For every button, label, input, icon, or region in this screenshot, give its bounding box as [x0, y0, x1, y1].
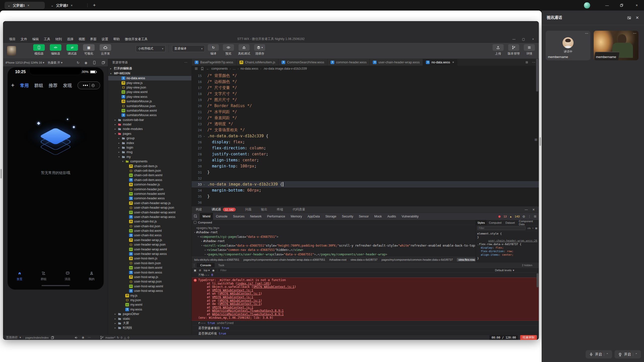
toolbar-action-版本管理[interactable]: 版本管理	[506, 44, 522, 56]
minimap-toggle-icon[interactable]: ⊞	[535, 138, 537, 142]
open-editors-section[interactable]: ▸打开的编辑器	[108, 66, 191, 71]
editor-scrollbar[interactable]	[536, 59, 538, 92]
minimize-icon[interactable]: —	[601, 0, 613, 11]
close-icon[interactable]: ×	[452, 61, 454, 64]
code-line[interactable]: 35}	[192, 193, 539, 199]
levels-select[interactable]: Default levels ▾	[495, 269, 514, 272]
devtools-tab-Sources[interactable]: Sources	[230, 213, 247, 220]
stack-link[interactable]: VM376 WASubContext.js:1	[219, 299, 260, 302]
toolbar-action-真机调试[interactable]: 真机调试	[236, 44, 252, 56]
inspect-icon[interactable]	[192, 213, 200, 220]
styles-tab-Component Data[interactable]: Component Data	[517, 220, 539, 225]
css-declaration[interactable]: display: flex;	[477, 246, 537, 250]
wxml-node[interactable]: <pages/my/my>	[193, 226, 475, 230]
dock-icon[interactable]: ⊞	[526, 61, 528, 64]
tree-item[interactable]: {}user-header-wrap.json	[108, 242, 191, 247]
code-line[interactable]: 17/* 尺寸变量 */	[192, 85, 539, 91]
menu-item[interactable]: 界面	[88, 37, 99, 41]
tree-item[interactable]: JSuser-chain-header-wrap.js	[108, 201, 191, 205]
refresh-icon[interactable]: ↻	[77, 61, 79, 65]
devtools-titlebar[interactable]	[3, 21, 539, 36]
chevron-down-icon[interactable]: ⌄	[8, 4, 10, 7]
tree-item[interactable]: 3my.wxss	[108, 307, 191, 312]
kebab-icon[interactable]: ⋮	[528, 215, 531, 218]
dom-breadcrumb-item[interactable]: pages/my/components/user-chain-header-wr…	[243, 258, 325, 261]
tree-item[interactable]: ▸custom-tab-bar	[108, 118, 191, 122]
menu-item[interactable]: 编辑	[30, 37, 41, 41]
tree-item[interactable]: {}play-view.json	[108, 85, 191, 90]
more-icon[interactable]	[83, 85, 88, 86]
tree-item[interactable]: 3common-header.wxss	[108, 196, 191, 201]
styles-tab-Styles[interactable]: Styles	[476, 220, 487, 225]
tree-item[interactable]: JSmy.js	[108, 293, 191, 298]
tree-item[interactable]: <>sumilatorMouse.wxml	[108, 108, 191, 113]
wxml-node[interactable]: ▸<pages/my/components/user-header-wrap c…	[193, 252, 475, 257]
toolbar-mode-可视化[interactable]: ▦可视化	[80, 44, 97, 56]
hot-reload-toggle[interactable]: 热重载 开 ▾	[48, 61, 62, 65]
tree-item[interactable]: JSuser-header-wrap.js	[108, 238, 191, 242]
tree-item[interactable]: ▸group	[108, 136, 191, 141]
eye-icon[interactable]: ◉	[82, 336, 84, 340]
member-tile[interactable]: 讲话中⋯membername	[546, 31, 590, 60]
devtools-tab-Console[interactable]: Console	[213, 213, 230, 220]
tree-item[interactable]: ▸index	[108, 141, 191, 145]
stack-link[interactable]: VM376 WASubContext.js:1	[219, 292, 260, 295]
tree-item[interactable]: JSuser-host-wrap.js	[108, 275, 191, 279]
device-icon[interactable]	[92, 61, 96, 65]
back-icon[interactable]: ←	[206, 67, 209, 70]
toolbar-action-上传[interactable]: 上传	[491, 44, 506, 56]
fold-icon[interactable]: ⌄	[203, 135, 207, 137]
devtools-tab-Sensor[interactable]: Sensor	[356, 213, 372, 220]
add-button[interactable]: +	[11, 82, 14, 89]
phone-nav-tab-常用[interactable]: 常用	[20, 82, 29, 88]
tree-item[interactable]: 3sumilatorMouse.wxss	[108, 113, 191, 117]
close-miniprogram-icon[interactable]	[92, 84, 95, 87]
tree-item[interactable]: 3user-host-wrap.wxss	[108, 289, 191, 293]
tree-item[interactable]: {}chain-cell-item.json	[108, 168, 191, 173]
page-path-label[interactable]: 页面路径	[6, 336, 18, 339]
tree-item[interactable]: {}user-chain-list.json	[108, 224, 191, 229]
devtools-minimize-icon[interactable]: —	[509, 36, 519, 43]
tree-item[interactable]: ▸model	[108, 122, 191, 127]
phone-tabbar-群组[interactable]: 群组	[32, 270, 56, 281]
rule-source-link[interactable]: user-chain-header-wrap.wxss:26	[488, 239, 537, 243]
code-line[interactable]: 27 flex-direction: column;	[192, 145, 539, 151]
page-path[interactable]: pages/index/index	[25, 336, 49, 339]
dom-breadcrumb-item[interactable]: #shadow-root	[329, 258, 346, 261]
tree-item[interactable]: 3user-host-item.wxss	[108, 270, 191, 275]
devtools-tab-Network[interactable]: Network	[247, 213, 264, 220]
stack-link[interactable]: VM376 WASubContext.js:1	[212, 295, 253, 299]
phone-nav-tab-推荐[interactable]: 推荐	[49, 82, 57, 88]
devtools-maximize-icon[interactable]: ▢	[519, 36, 528, 43]
code-line[interactable]: 25⌄.no-data.data-v-d1b2c339 {	[192, 133, 539, 139]
tree-item[interactable]: {}user-chain-header-wrap.json	[108, 205, 191, 210]
dock-icon[interactable]: ⊞	[534, 215, 536, 218]
user-avatar[interactable]	[7, 46, 16, 56]
menu-item[interactable]: 工具	[41, 37, 53, 41]
phone-nav-tab-发现[interactable]: 发现	[63, 82, 72, 88]
debugger-tab-问题[interactable]: 问题	[245, 207, 252, 212]
tree-item[interactable]: 3user-chain-header-wrap.wxss	[108, 215, 191, 219]
devtools-tab-Vulnerability[interactable]: Vulnerability	[399, 213, 421, 220]
dom-breadcrumb-item[interactable]: pages/my/components/common-header.data-v…	[382, 258, 453, 261]
tree-item[interactable]: 3no-data.wxss	[108, 76, 191, 80]
phone-tabbar-首页[interactable]: 首页	[8, 270, 32, 281]
toolbar-action-清缓存[interactable]: ▾清缓存	[252, 44, 267, 56]
dom-breadcrumb-item[interactable]: view.flex-row.data-v-6d1f8737	[457, 258, 475, 261]
code-line[interactable]: 19/* 图片尺寸 */	[192, 97, 539, 103]
editor-tab[interactable]: 3user-chain-header-wrap.wxss	[370, 59, 423, 66]
tree-item[interactable]: {}common-header.json	[108, 187, 191, 191]
tree-item[interactable]: <>chain-cell-item.wxml	[108, 173, 191, 177]
code-line[interactable]: 36	[192, 199, 539, 205]
devtools-tab-Performance[interactable]: Performance	[264, 213, 288, 220]
tree-item[interactable]: ▸时间段	[108, 326, 191, 330]
right-panel-handle[interactable]	[540, 137, 541, 146]
list-icon[interactable]	[194, 67, 198, 71]
git-branch[interactable]: master*	[105, 336, 115, 339]
left-panel-handle[interactable]	[1, 169, 2, 178]
speaker-icon[interactable]	[74, 336, 78, 340]
breadcrumb-item[interactable]: components	[211, 67, 228, 70]
restore-icon[interactable]	[620, 3, 624, 7]
app-tab[interactable]: ⌄父穿越2×	[48, 2, 88, 9]
devtools-tab-Wxml[interactable]: Wxml	[200, 213, 213, 220]
